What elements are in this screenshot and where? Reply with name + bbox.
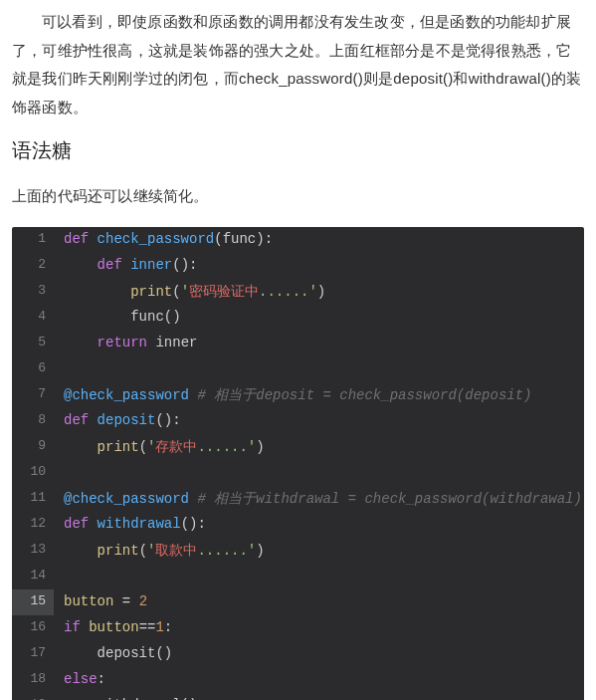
code-line: 5 return inner — [12, 331, 584, 356]
line-number: 1 — [12, 227, 54, 253]
code-content: button = 2 — [54, 589, 584, 615]
code-line: 6 — [12, 356, 584, 382]
code-content: def inner(): — [54, 253, 584, 279]
code-content: else: — [54, 667, 584, 693]
code-content: @check_password # 相当于deposit = check_pas… — [54, 382, 584, 408]
line-number: 7 — [12, 382, 54, 408]
code-content: def withdrawal(): — [54, 512, 584, 538]
section-heading: 语法糖 — [12, 137, 584, 164]
code-block: 1def check_password(func):2 def inner():… — [12, 227, 584, 701]
code-line: 4 func() — [12, 305, 584, 331]
code-content: return inner — [54, 331, 584, 356]
code-line: 15button = 2 — [12, 589, 584, 615]
line-number: 8 — [12, 408, 54, 434]
code-line: 3 print('密码验证中......') — [12, 279, 584, 305]
line-number: 6 — [12, 356, 54, 382]
intro-paragraph: 可以看到，即使原函数和原函数的调用都没有发生改变，但是函数的功能却扩展了，可维护… — [12, 8, 584, 121]
code-content — [54, 564, 584, 589]
line-number: 10 — [12, 460, 54, 486]
line-number: 17 — [12, 641, 54, 667]
code-content: @check_password # 相当于withdrawal = check_… — [54, 486, 584, 512]
code-line: 12def withdrawal(): — [12, 512, 584, 538]
code-line: 14 — [12, 564, 584, 589]
line-number: 2 — [12, 253, 54, 279]
code-line: 7@check_password # 相当于deposit = check_pa… — [12, 382, 584, 408]
code-content: withdrawal() — [54, 693, 584, 701]
code-content — [54, 460, 584, 486]
line-number: 19 — [12, 693, 54, 701]
code-line: 8def deposit(): — [12, 408, 584, 434]
code-line: 16if button==1: — [12, 615, 584, 641]
code-content — [54, 356, 584, 382]
lead-paragraph: 上面的代码还可以继续简化。 — [12, 182, 584, 211]
code-line: 13 print('取款中......') — [12, 538, 584, 564]
code-content: deposit() — [54, 641, 584, 667]
code-content: print('取款中......') — [54, 538, 584, 564]
line-number: 4 — [12, 305, 54, 331]
code-content: def check_password(func): — [54, 227, 584, 253]
line-number: 16 — [12, 615, 54, 641]
code-line: 19 withdrawal() — [12, 693, 584, 701]
code-content: if button==1: — [54, 615, 584, 641]
line-number: 9 — [12, 434, 54, 460]
line-number: 13 — [12, 538, 54, 564]
line-number: 11 — [12, 486, 54, 512]
code-content: func() — [54, 305, 584, 331]
code-line: 9 print('存款中......') — [12, 434, 584, 460]
line-number: 12 — [12, 512, 54, 538]
code-line: 11@check_password # 相当于withdrawal = chec… — [12, 486, 584, 512]
code-line: 2 def inner(): — [12, 253, 584, 279]
line-number: 15 — [12, 589, 54, 615]
line-number: 18 — [12, 667, 54, 693]
code-line: 1def check_password(func): — [12, 227, 584, 253]
line-number: 14 — [12, 564, 54, 589]
line-number: 3 — [12, 279, 54, 305]
code-content: print('密码验证中......') — [54, 279, 584, 305]
code-line: 18else: — [12, 667, 584, 693]
code-line: 10 — [12, 460, 584, 486]
line-number: 5 — [12, 331, 54, 356]
code-content: def deposit(): — [54, 408, 584, 434]
code-line: 17 deposit() — [12, 641, 584, 667]
code-content: print('存款中......') — [54, 434, 584, 460]
